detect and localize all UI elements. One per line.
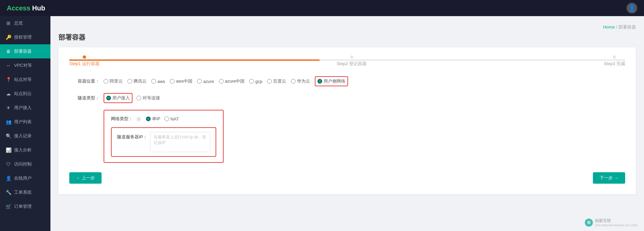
radio-azure[interactable] <box>197 79 202 84</box>
button-row: ← 上一步 下一步 → <box>69 172 625 184</box>
sidebar-icon-online: 👤 <box>5 176 11 181</box>
sidebar-item-access-log[interactable]: 🔍接入记录 <box>0 129 50 143</box>
sidebar-item-order[interactable]: 🛒订单管理 <box>0 199 50 214</box>
container-location-options: 阿里云 腾讯云 aws aws中国 <box>104 76 348 86</box>
step-3-dot <box>613 55 616 59</box>
sidebar-item-auth[interactable]: 🔑授权管理 <box>0 30 50 44</box>
sidebar-icon-home: ⊞ <box>5 20 11 26</box>
radio-baidu[interactable] <box>267 79 272 84</box>
footer-company-subtext: CHUANGXIN WANGLUO.COM <box>595 224 637 227</box>
sidebar-item-ticket[interactable]: 🔧工单系统 <box>0 185 50 199</box>
main-content: Home / 部署容器 部署容器 Step1 运行容器 Step2 登记容器 <box>50 16 644 231</box>
option-huawei[interactable]: 华为云 <box>291 78 310 84</box>
option-baidu[interactable]: 百度云 <box>267 78 286 84</box>
sidebar-item-cloud[interactable]: ☁站点到云 <box>0 87 50 101</box>
option-aws[interactable]: aws <box>151 79 165 84</box>
sidebar-item-user-list[interactable]: 👥用户列表 <box>0 115 50 129</box>
radio-user-net[interactable] <box>317 79 322 84</box>
sidebar-label-user-access: 用户接入 <box>14 105 32 111</box>
network-type-row: 网络类型： (i) 单IP NAT <box>69 110 625 163</box>
sidebar-item-deploy[interactable]: 🖥部署容器 <box>0 44 50 58</box>
sidebar-icon-vpc: ↔ <box>5 63 11 68</box>
sidebar-icon-cloud: ☁ <box>5 91 11 96</box>
sidebar-icon-user-access: ✈ <box>5 105 11 110</box>
radio-azure-cn[interactable] <box>219 79 224 84</box>
page-title: 部署容器 <box>59 33 636 42</box>
radio-huawei[interactable] <box>291 79 296 84</box>
sidebar-item-vpc[interactable]: ↔VPC对等 <box>0 58 50 73</box>
radio-gcp[interactable] <box>249 79 254 84</box>
sidebar-item-user-access[interactable]: ✈用户接入 <box>0 101 50 115</box>
option-peer[interactable]: 对等连接 <box>137 95 160 101</box>
network-type-inner: 网络类型： (i) 单IP NAT <box>111 116 216 122</box>
sidebar-label-analysis: 接入分析 <box>14 147 32 153</box>
option-aliyun[interactable]: 阿里云 <box>104 78 123 84</box>
sidebar-label-access-ctrl: 访问控制 <box>14 161 32 167</box>
step-3-label: Step3 完成 <box>604 61 625 67</box>
footer-logo-text: 创新互联 CHUANGXIN WANGLUO.COM <box>595 218 637 227</box>
step-2: Step2 登记容器 <box>337 55 367 67</box>
avatar-icon: 👤 <box>628 4 636 12</box>
sidebar-label-home: 总览 <box>14 20 23 26</box>
brand-logo: Access Hub <box>7 4 45 12</box>
radio-tencent[interactable] <box>127 79 132 84</box>
option-user-access[interactable]: 用户接入 <box>106 95 130 101</box>
radio-nat[interactable] <box>164 117 169 121</box>
option-tencent[interactable]: 腾讯云 <box>127 78 147 84</box>
sidebar-label-access-log: 接入记录 <box>14 133 32 139</box>
sidebar-item-online[interactable]: 👤在线用户 <box>0 171 50 185</box>
layout: ⊞总览🔑授权管理🖥部署容器↔VPC对等📍站点对等☁站点到云✈用户接入👥用户列表🔍… <box>0 16 644 231</box>
sidebar-icon-user-list: 👥 <box>5 119 11 125</box>
breadcrumb-current: 部署容器 <box>618 25 636 30</box>
radio-single-ip[interactable] <box>146 117 151 121</box>
option-single-ip[interactable]: 单IP <box>146 116 160 122</box>
prev-button[interactable]: ← 上一步 <box>69 172 102 184</box>
ip-input-row: 隧道服务器IP： <box>117 132 210 152</box>
avatar[interactable]: 👤 <box>627 3 637 13</box>
radio-aliyun[interactable] <box>104 79 108 84</box>
option-user-net[interactable]: 用户侧网络 <box>317 78 345 84</box>
option-gcp[interactable]: gcp <box>249 79 262 84</box>
radio-aws-cn[interactable] <box>170 79 175 84</box>
sidebar-icon-access-ctrl: 🛡 <box>5 161 11 167</box>
sidebar-label-user-list: 用户列表 <box>14 119 32 125</box>
brand-hub: Hub <box>30 4 45 12</box>
sidebar-label-ticket: 工单系统 <box>14 189 32 195</box>
stepper: Step1 运行容器 Step2 登记容器 Step3 完成 <box>69 55 625 67</box>
sidebar-label-auth: 授权管理 <box>14 34 32 40</box>
form-card: Step1 运行容器 Step2 登记容器 Step3 完成 容器位置： 阿 <box>59 47 636 194</box>
step-2-dot <box>350 55 353 59</box>
option-aws-cn[interactable]: aws中国 <box>170 78 192 84</box>
sidebar-item-analysis[interactable]: 📊接入分析 <box>0 143 50 157</box>
step-1: Step1 运行容器 <box>69 55 100 67</box>
breadcrumb-separator: / <box>616 25 618 30</box>
user-net-highlight-box: 用户侧网络 <box>315 76 348 86</box>
sidebar-icon-access-log: 🔍 <box>5 133 11 139</box>
container-location-label: 容器位置： <box>69 78 100 84</box>
network-type-note: (i) <box>137 117 141 121</box>
breadcrumb-home[interactable]: Home <box>603 25 615 30</box>
tunnel-server-ip-input[interactable] <box>150 132 210 152</box>
step-3: Step3 完成 <box>604 55 625 67</box>
sidebar-icon-ticket: 🔧 <box>5 190 11 195</box>
option-azure-cn[interactable]: azure中国 <box>219 78 245 84</box>
radio-aws[interactable] <box>151 79 156 84</box>
sidebar-item-home[interactable]: ⊞总览 <box>0 16 50 30</box>
sidebar-label-cloud: 站点到云 <box>14 91 32 97</box>
option-azure[interactable]: azure <box>197 79 214 84</box>
sidebar-icon-deploy: 🖥 <box>5 49 11 54</box>
sidebar-label-deploy: 部署容器 <box>14 48 32 54</box>
sidebar-label-vpc: VPC对等 <box>14 62 32 68</box>
radio-peer[interactable] <box>137 96 141 100</box>
sidebar-item-access-ctrl[interactable]: 🛡访问控制 <box>0 157 50 171</box>
sidebar-item-site[interactable]: 📍站点对等 <box>0 73 50 87</box>
topnav: Access Hub 👤 <box>0 0 644 16</box>
next-button[interactable]: 下一步 → <box>593 172 625 184</box>
sidebar-icon-analysis: 📊 <box>5 147 11 153</box>
option-nat[interactable]: NAT <box>164 117 179 122</box>
sidebar: ⊞总览🔑授权管理🖥部署容器↔VPC对等📍站点对等☁站点到云✈用户接入👥用户列表🔍… <box>0 16 50 231</box>
sidebar-label-site: 站点对等 <box>14 77 32 83</box>
brand-access: Access <box>7 4 30 12</box>
radio-user-access[interactable] <box>106 96 111 100</box>
tunnel-server-ip-label: 隧道服务器IP： <box>117 132 147 140</box>
